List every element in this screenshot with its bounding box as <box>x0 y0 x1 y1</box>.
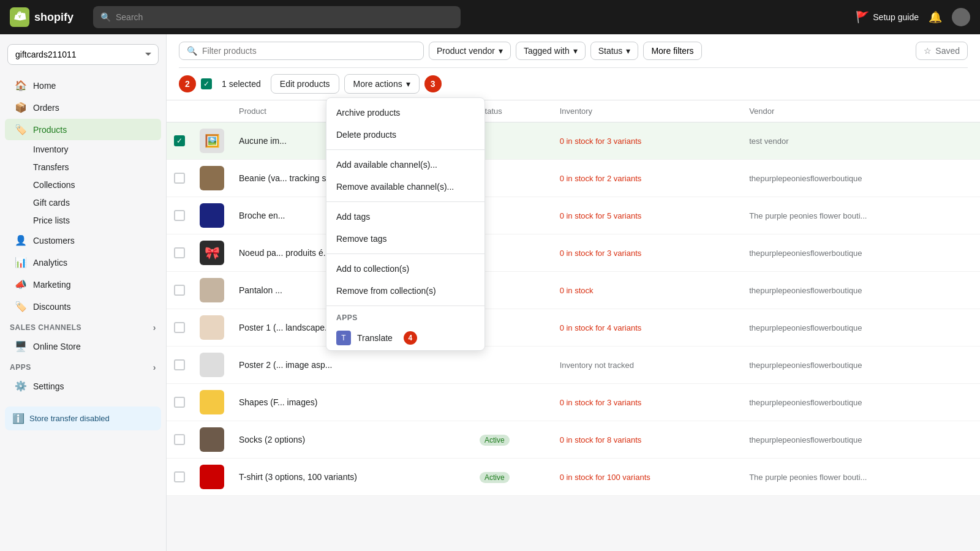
more-actions-button[interactable]: More actions ▾ <box>344 74 420 94</box>
product-name: Noeud pa... produits é... <box>239 248 330 258</box>
sidebar-item-orders[interactable]: 📦 Orders <box>5 97 161 118</box>
th-image <box>192 100 232 122</box>
sidebar-item-customers[interactable]: 👤 Customers <box>5 230 161 251</box>
sidebar-item-home[interactable]: 🏠 Home <box>5 75 161 96</box>
sidebar-item-transfers[interactable]: Transfers <box>5 159 161 176</box>
saved-button[interactable]: ☆ Saved <box>916 42 968 60</box>
dropdown-add-tags[interactable]: Add tags <box>326 206 484 228</box>
row-checkbox-cell[interactable] <box>167 421 192 459</box>
user-avatar[interactable] <box>952 8 970 26</box>
th-vendor: Vendor <box>742 100 980 122</box>
store-selector[interactable]: giftcards211011 <box>0 39 166 70</box>
row-name-cell[interactable]: Socks (2 options) <box>232 421 472 459</box>
sidebar-item-home-label: Home <box>33 81 56 91</box>
sidebar-item-settings-label: Settings <box>33 381 64 391</box>
filter-search-icon: 🔍 <box>187 46 197 56</box>
sidebar-item-settings[interactable]: ⚙️ Settings <box>5 375 161 397</box>
table-header-row: Product Status Inventory Vendor <box>167 100 980 122</box>
inventory-value: 0 in stock for 8 variants <box>560 435 642 444</box>
vendor-name: test vendor <box>749 137 788 146</box>
edit-products-button[interactable]: Edit products <box>271 74 339 94</box>
dropdown-archive-products[interactable]: Archive products <box>326 102 484 124</box>
global-search-input[interactable] <box>116 12 453 22</box>
row-image-cell <box>192 459 232 496</box>
product-name: Aucune im... <box>239 136 287 146</box>
row-checkbox-cell[interactable] <box>167 272 192 309</box>
inventory-value: 0 in stock for 3 variants <box>560 249 642 258</box>
status-filter[interactable]: Status ▾ <box>590 42 639 60</box>
dropdown-apps-section-label: APPS <box>326 310 484 324</box>
status-badge: Active <box>480 435 510 446</box>
sidebar-item-discounts[interactable]: 🏷️ Discounts <box>5 296 161 317</box>
more-actions-chevron-icon: ▾ <box>406 79 410 89</box>
notifications-bell-icon[interactable]: 🔔 <box>929 10 942 24</box>
row-name-cell[interactable]: Shapes (F... images) <box>232 384 472 421</box>
sidebar-item-online-store[interactable]: 🖥️ Online Store <box>5 335 161 357</box>
sidebar-item-products[interactable]: 🏷️ Products <box>5 119 161 140</box>
select-all-checkbox[interactable]: ✓ <box>201 78 212 89</box>
dropdown-remove-tags[interactable]: Remove tags <box>326 228 484 250</box>
shopify-wordmark: shopify <box>34 11 74 24</box>
inventory-value: Inventory not tracked <box>560 361 634 370</box>
row-checkbox-cell[interactable] <box>167 384 192 421</box>
row-vendor-cell: thepurplepeoniesflowerboutique <box>742 421 980 459</box>
top-nav-right: 🚩 Setup guide 🔔 <box>856 8 970 26</box>
sidebar-item-products-label: Products <box>33 125 67 135</box>
row-checkbox-cell[interactable] <box>167 347 192 384</box>
more-filters-button[interactable]: More filters <box>643 42 701 60</box>
dropdown-translate[interactable]: T Translate 4 <box>326 324 484 347</box>
sidebar-item-online-store-label: Online Store <box>33 342 81 351</box>
dropdown-remove-collection[interactable]: Remove from collection(s) <box>326 280 484 302</box>
saved-label: Saved <box>935 46 960 56</box>
row-name-cell[interactable]: Poster 2 (... image asp... <box>232 347 472 384</box>
filter-bar: 🔍 Product vendor ▾ Tagged with ▾ Status … <box>179 34 968 68</box>
dropdown-add-channels[interactable]: Add available channel(s)... <box>326 154 484 176</box>
row-checkbox-cell[interactable] <box>167 309 192 347</box>
sidebar-item-analytics[interactable]: 📊 Analytics <box>5 252 161 273</box>
dropdown-divider-1 <box>326 149 484 150</box>
svg-rect-0 <box>10 7 29 27</box>
row-checkbox-cell[interactable] <box>167 197 192 234</box>
dropdown-divider-3 <box>326 253 484 254</box>
row-checkbox-cell[interactable] <box>167 234 192 272</box>
row-checkbox-cell[interactable] <box>167 160 192 197</box>
dropdown-scroll-area[interactable]: Archive products Delete products Add ava… <box>326 102 484 347</box>
inventory-value: 0 in stock for 3 variants <box>560 398 642 407</box>
top-nav: shopify 🔍 🚩 Setup guide 🔔 <box>0 0 980 34</box>
sidebar-item-collections[interactable]: Collections <box>5 176 161 193</box>
vendor-name: The purple peonies flower bouti... <box>749 211 867 220</box>
table-row: Broche en... 0 in stock for 5 variants T… <box>167 197 980 234</box>
row-inventory-cell: 0 in stock for 2 variants <box>552 160 742 197</box>
store-select-dropdown[interactable]: giftcards211011 <box>7 44 159 65</box>
sidebar-item-giftcards[interactable]: Gift cards <box>5 194 161 211</box>
row-inventory-cell: 0 in stock for 5 variants <box>552 197 742 234</box>
sidebar-item-pricelists[interactable]: Price lists <box>5 212 161 229</box>
row-checkbox-cell[interactable]: ✓ <box>167 122 192 160</box>
table-row: Shapes (F... images) 0 in stock for 3 va… <box>167 384 980 421</box>
tagged-with-filter[interactable]: Tagged with ▾ <box>516 42 586 60</box>
row-checkbox-cell[interactable] <box>167 459 192 496</box>
product-search-bar[interactable]: 🔍 <box>179 42 424 60</box>
tagged-chevron-icon: ▾ <box>573 46 578 56</box>
row-image-cell <box>192 272 232 309</box>
sidebar-item-orders-label: Orders <box>33 103 59 113</box>
product-vendor-filter[interactable]: Product vendor ▾ <box>429 42 511 60</box>
sales-channels-expand-icon[interactable]: › <box>153 323 156 332</box>
sidebar-item-inventory[interactable]: Inventory <box>5 141 161 158</box>
table-row: Beanie (va... tracking s... 0 in stock f… <box>167 160 980 197</box>
vendor-name: thepurplepeoniesflowerboutique <box>749 361 862 370</box>
dropdown-delete-products[interactable]: Delete products <box>326 124 484 146</box>
row-vendor-cell: thepurplepeoniesflowerboutique <box>742 347 980 384</box>
dropdown-remove-channels[interactable]: Remove available channel(s)... <box>326 176 484 198</box>
inventory-value: 0 in stock for 2 variants <box>560 174 642 183</box>
row-name-cell[interactable]: T-shirt (3 options, 100 variants) <box>232 459 472 496</box>
vendor-name: The purple peonies flower bouti... <box>749 473 867 482</box>
setup-guide-button[interactable]: 🚩 Setup guide <box>856 10 919 24</box>
apps-expand-icon[interactable]: › <box>153 362 156 372</box>
row-inventory-cell: 0 in stock for 3 variants <box>552 234 742 272</box>
global-search-bar[interactable]: 🔍 <box>93 6 461 28</box>
product-name: Pantalon ... <box>239 285 282 295</box>
sidebar-item-marketing[interactable]: 📣 Marketing <box>5 274 161 295</box>
dropdown-add-collection[interactable]: Add to collection(s) <box>326 258 484 280</box>
filter-products-input[interactable] <box>202 46 416 56</box>
